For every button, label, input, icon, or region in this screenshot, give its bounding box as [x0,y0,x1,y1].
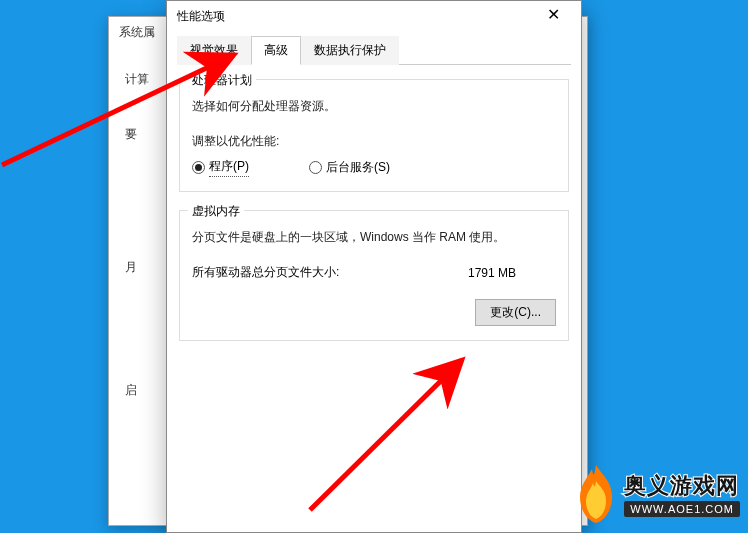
radio-icon-unchecked [309,161,322,174]
titlebar: 性能选项 ✕ [167,1,581,31]
watermark-text: 奥义游戏网 WWW.AOE1.COM [624,471,740,517]
processor-scheduling-group: 处理器计划 选择如何分配处理器资源。 调整以优化性能: 程序(P) 后台服务(S… [179,79,569,192]
vm-total-label: 所有驱动器总分页文件大小: [192,264,339,281]
virtual-memory-legend: 虚拟内存 [188,203,244,220]
performance-options-dialog: 性能选项 ✕ 视觉效果 高级 数据执行保护 处理器计划 选择如何分配处理器资源。… [166,0,582,533]
tab-dep[interactable]: 数据执行保护 [301,36,399,65]
flame-icon [574,463,618,525]
watermark-name: 奥义游戏网 [624,471,739,501]
tab-content: 处理器计划 选择如何分配处理器资源。 调整以优化性能: 程序(P) 后台服务(S… [167,65,581,353]
processor-desc: 选择如何分配处理器资源。 [192,98,556,115]
virtual-memory-group: 虚拟内存 分页文件是硬盘上的一块区域，Windows 当作 RAM 使用。 所有… [179,210,569,341]
tab-visual-effects[interactable]: 视觉效果 [177,36,251,65]
tab-advanced[interactable]: 高级 [251,36,301,65]
radio-row: 程序(P) 后台服务(S) [192,158,556,177]
adjust-label: 调整以优化性能: [192,133,556,150]
radio-background[interactable]: 后台服务(S) [309,159,390,176]
watermark: 奥义游戏网 WWW.AOE1.COM [574,463,740,525]
vm-button-row: 更改(C)... [192,299,556,326]
radio-icon-checked [192,161,205,174]
dialog-title: 性能选项 [177,8,533,25]
processor-scheduling-legend: 处理器计划 [188,72,256,89]
tab-strip: 视觉效果 高级 数据执行保护 [177,35,571,65]
radio-background-label: 后台服务(S) [326,159,390,176]
close-button[interactable]: ✕ [533,3,573,29]
change-button[interactable]: 更改(C)... [475,299,556,326]
watermark-url: WWW.AOE1.COM [624,501,740,517]
vm-total-row: 所有驱动器总分页文件大小: 1791 MB [192,264,556,281]
vm-desc: 分页文件是硬盘上的一块区域，Windows 当作 RAM 使用。 [192,229,556,246]
radio-programs-label: 程序(P) [209,158,249,177]
vm-total-value: 1791 MB [468,266,516,280]
radio-programs[interactable]: 程序(P) [192,158,249,177]
